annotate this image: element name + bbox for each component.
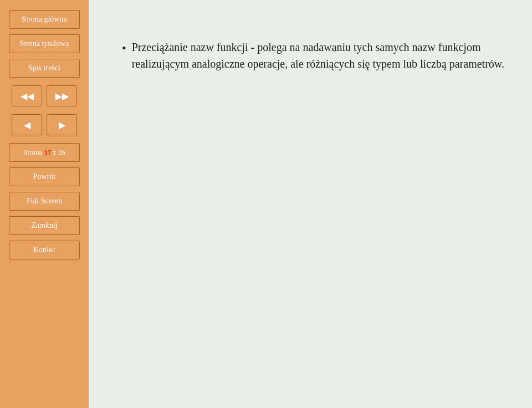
bullet-item: • Przeciążanie nazw funkcji - polega na … [122,39,504,72]
sidebar: Strona główna Strona tytułowa Spis treśc… [0,0,89,408]
page-indicator: Strona 17 z 26 [9,143,80,162]
fast-forward-button[interactable]: ▶▶ [47,85,77,106]
main-content: • Przeciążanie nazw funkcji - polega na … [89,0,532,408]
zamknij-button[interactable]: Zamknij [9,216,80,235]
prev-button[interactable]: ◀ [12,114,42,135]
koniec-button[interactable]: Koniec [9,241,80,259]
content-text: Przeciążanie nazw funkcji - polega na na… [132,39,504,72]
strona-tytulowa-button[interactable]: Strona tytułowa [9,34,80,53]
step-nav-arrows: ◀ ▶ [9,114,80,135]
powrot-button[interactable]: Powrót [9,167,80,186]
next-button[interactable]: ▶ [47,114,77,135]
page-separator: z [51,148,58,156]
content-area: • Przeciążanie nazw funkcji - polega na … [122,39,504,72]
rewind-button[interactable]: ◀◀ [12,85,42,106]
full-screen-button[interactable]: Full Screen [9,192,80,211]
bullet-dot: • [122,39,126,57]
page-current: 17 [44,148,51,156]
page-total: 26 [58,148,65,156]
fast-nav-arrows: ◀◀ ▶▶ [9,85,80,106]
spis-tresci-button[interactable]: Spis treści [9,59,80,78]
strona-glowna-button[interactable]: Strona główna [9,10,80,29]
page-label-prefix: Strona [23,148,44,156]
